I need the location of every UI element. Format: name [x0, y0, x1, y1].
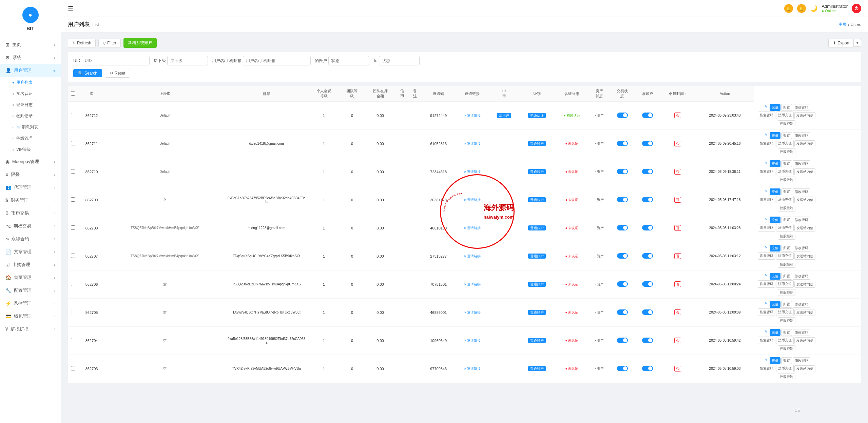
invite-link-text[interactable]: » 邀请链接	[464, 282, 480, 286]
sidebar-item-vip[interactable]: VIP等级	[0, 144, 61, 155]
invite-link-text[interactable]: » 邀请链接	[464, 339, 480, 342]
invite-link-text[interactable]: » 邀请链接	[464, 226, 480, 230]
row-invite-link[interactable]: » 邀请链接	[456, 270, 489, 298]
legal-charge-button[interactable]: 法币充值	[776, 337, 794, 344]
return-button[interactable]: 归置	[781, 357, 792, 364]
sys-toggle[interactable]	[642, 281, 653, 287]
row-checkbox[interactable]	[71, 338, 75, 342]
restore-pwd-button[interactable]: 恢复密码	[758, 168, 775, 175]
sidebar-item-level[interactable]: 等级管理	[0, 133, 61, 144]
sys-toggle[interactable]	[642, 197, 653, 202]
return-button[interactable]: 归置	[781, 245, 792, 251]
trade-toggle[interactable]	[617, 281, 628, 287]
charge-button[interactable]: 充值	[770, 104, 780, 111]
return-button[interactable]: 归置	[781, 273, 792, 280]
sys-toggle[interactable]	[642, 113, 653, 118]
legal-charge-button[interactable]: 法币充值	[776, 252, 794, 260]
risk-control-button[interactable]: 控股控制	[778, 233, 795, 240]
invite-link-text[interactable]: » 邀请链接	[464, 142, 480, 145]
restore-pwd-button[interactable]: 恢复密码	[758, 308, 775, 316]
risk-control-button[interactable]: 控股控制	[778, 345, 795, 352]
return-button[interactable]: 归置	[781, 160, 792, 167]
risk-control-button[interactable]: 控股控制	[778, 120, 795, 127]
row-checkbox[interactable]	[71, 310, 75, 314]
charge-button[interactable]: 充值	[770, 273, 780, 280]
export-dropdown-button[interactable]: ▾	[853, 39, 861, 47]
sidebar-item-finance[interactable]: $ 财务管理 ›	[0, 194, 61, 207]
edit-button[interactable]: ✎	[763, 104, 769, 111]
power-button[interactable]: ⏻	[852, 4, 861, 13]
sidebar-item-user-management[interactable]: 👤 用户管理 ∨	[0, 64, 61, 77]
legal-charge-button[interactable]: 法币充值	[776, 196, 794, 203]
trade-toggle[interactable]	[617, 113, 628, 118]
sidebar-item-system[interactable]: ⚙ 系统 ›	[0, 51, 61, 64]
row-invite-link[interactable]: » 邀请链接	[456, 326, 489, 355]
sidebar-item-homepage[interactable]: 🏠 首页管理 ›	[0, 271, 61, 284]
to-input[interactable]	[379, 56, 420, 65]
return-button[interactable]: 归置	[781, 104, 792, 111]
sidebar-item-realname[interactable]: 实名认证	[0, 88, 61, 99]
charge-button[interactable]: 充值	[770, 217, 780, 223]
row-checkbox[interactable]	[71, 197, 75, 202]
sidebar-item-limit[interactable]: ≡ 限叠 ›	[0, 168, 61, 181]
edit-pwd-button[interactable]: 修改密码	[793, 217, 810, 223]
select-all-checkbox[interactable]	[71, 91, 75, 96]
invite-link-text[interactable]: » 邀请链接	[464, 310, 480, 314]
refresh-button[interactable]: ↻ Refresh	[68, 39, 96, 47]
sidebar-item-home[interactable]: ⊞ 主页 ›	[0, 38, 61, 51]
restore-pwd-button[interactable]: 恢复密码	[758, 140, 775, 147]
row-invite-link[interactable]: » 邀请链接	[456, 355, 489, 383]
row-invite-link[interactable]: » 邀请链接	[456, 186, 489, 214]
uid-input[interactable]	[82, 56, 150, 65]
edit-button[interactable]: ✎	[763, 273, 769, 280]
invite-link-text[interactable]: » 邀请链接	[464, 114, 480, 117]
return-button[interactable]: 归置	[781, 132, 792, 139]
row-invite-link[interactable]: » 邀请链接	[456, 214, 489, 242]
sidebar-item-purchase[interactable]: ☑ 申购管理 ›	[0, 258, 61, 271]
notification-bell[interactable]: 🔔	[784, 4, 793, 13]
sidebar-item-user-list[interactable]: 用户列表	[0, 77, 61, 88]
charge-button[interactable]: 充值	[770, 188, 780, 195]
trade-toggle[interactable]	[617, 197, 628, 202]
edit-pwd-button[interactable]: 修改密码	[793, 160, 810, 167]
return-button[interactable]: 归置	[781, 188, 792, 195]
send-station-button[interactable]: 发送站内信	[794, 197, 815, 203]
edit-button[interactable]: ✎	[763, 188, 769, 195]
trade-toggle[interactable]	[617, 225, 628, 230]
phone-input[interactable]	[243, 56, 311, 65]
legal-charge-button[interactable]: 法币充值	[776, 168, 794, 175]
legal-charge-button[interactable]: 法币充值	[776, 308, 794, 316]
row-checkbox[interactable]	[71, 366, 75, 370]
risk-control-button[interactable]: 控股控制	[778, 205, 795, 212]
sys-toggle[interactable]	[642, 169, 653, 174]
return-button[interactable]: 归置	[781, 329, 792, 336]
row-invite-link[interactable]: » 邀请链接	[456, 242, 489, 270]
status-input[interactable]	[328, 56, 369, 65]
legal-charge-button[interactable]: 法币充值	[776, 224, 794, 231]
edit-button[interactable]: ✎	[763, 301, 769, 308]
invite-link-text[interactable]: » 邀请链接	[464, 198, 480, 202]
level-input[interactable]	[167, 56, 208, 65]
legal-charge-button[interactable]: 法币充值	[776, 112, 794, 119]
send-station-button[interactable]: 发送站内信	[794, 281, 815, 288]
sidebar-item-messages[interactable]: 📨 消息列表	[0, 122, 61, 133]
invite-link-text[interactable]: » 邀请链接	[464, 170, 480, 174]
risk-control-button[interactable]: 控股控制	[778, 289, 795, 296]
risk-control-button[interactable]: 控股控制	[778, 317, 795, 324]
sort-icon[interactable]: ↑	[685, 92, 687, 96]
edit-button[interactable]: ✎	[763, 357, 769, 364]
charge-button[interactable]: 充值	[770, 301, 780, 308]
filter-button[interactable]: ▽ Filter	[98, 39, 121, 47]
restore-pwd-button[interactable]: 恢复密码	[758, 280, 775, 288]
restore-pwd-button[interactable]: 恢复密码	[758, 196, 775, 203]
hamburger-button[interactable]: ☰	[68, 5, 73, 12]
sys-toggle[interactable]	[642, 253, 653, 259]
sys-toggle[interactable]	[642, 366, 653, 371]
return-button[interactable]: 归置	[781, 217, 792, 223]
reset-button[interactable]: ↺ Reset	[105, 69, 130, 78]
send-station-button[interactable]: 发送站内信	[794, 168, 815, 175]
trade-toggle[interactable]	[617, 169, 628, 174]
edit-pwd-button[interactable]: 修改密码	[793, 188, 810, 195]
notification-bell-2[interactable]: 🔔	[797, 4, 806, 13]
restore-pwd-button[interactable]: 恢复密码	[758, 365, 775, 372]
